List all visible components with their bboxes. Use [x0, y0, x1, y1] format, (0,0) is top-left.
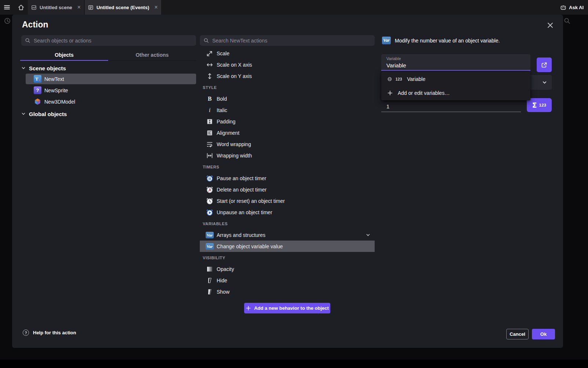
objects-search-input[interactable] — [34, 38, 192, 44]
show-icon — [206, 288, 213, 295]
external-link-icon — [541, 62, 548, 68]
hide-icon — [206, 277, 213, 284]
action-row[interactable]: Wrapping width — [200, 150, 375, 161]
object-group-header[interactable]: Scene objects — [21, 63, 196, 73]
tab-close-icon[interactable]: × — [154, 4, 158, 10]
var-icon: Var — [382, 37, 391, 44]
action-row[interactable]: Scale — [200, 48, 375, 59]
search-icon — [203, 38, 209, 43]
action-list: ScaleScale on X axisScale on Y axisSTYLE… — [200, 48, 375, 297]
sprite-object-icon: ? — [34, 86, 41, 94]
chevron-down-icon — [542, 80, 547, 85]
help-icon: ? — [23, 330, 29, 336]
close-icon[interactable] — [545, 20, 556, 31]
variable-field[interactable]: Variable Variable — [381, 54, 530, 71]
action-label: Scale — [217, 51, 229, 56]
menu-icon[interactable] — [0, 0, 14, 15]
object-tabs: Objects Other actions — [20, 49, 196, 61]
action-label: Alignment — [217, 130, 239, 136]
action-row[interactable]: iItalic — [200, 104, 375, 116]
events-tab-icon — [88, 5, 93, 10]
action-row[interactable]: Opacity — [200, 263, 375, 275]
actions-search[interactable] — [200, 35, 375, 46]
add-behavior-label: Add a new behavior to the object — [254, 305, 329, 311]
expression-button-label: 123 — [539, 103, 547, 107]
plus-icon — [387, 90, 393, 96]
ask-ai-button[interactable]: Ask AI — [560, 4, 588, 11]
open-variables-button[interactable] — [537, 57, 552, 72]
action-section-header: VISIBILITY — [200, 252, 375, 263]
tab-close-icon[interactable]: × — [77, 4, 81, 10]
action-row[interactable]: VarChange object variable value — [200, 241, 375, 252]
word-wrap-icon — [206, 141, 213, 148]
tab-untitled-scene-events[interactable]: Untitled scene (Events) × — [85, 0, 162, 15]
action-dialog: Action Objects Other actions Scene objec… — [12, 15, 563, 348]
action-label: Wrapping width — [217, 153, 252, 159]
object-label: NewSprite — [44, 88, 68, 93]
dropdown-item-label: Variable — [407, 76, 425, 82]
action-row[interactable]: Pause an object timer — [200, 172, 375, 184]
action-row[interactable]: Start (or reset) an object timer — [200, 195, 375, 207]
scale-x-icon — [206, 61, 213, 68]
dialog-title: Action — [22, 20, 48, 30]
chevron-down-icon — [21, 66, 26, 70]
object-group-header[interactable]: Global objects — [21, 109, 196, 119]
action-row[interactable]: Alignment — [200, 127, 375, 138]
cancel-button[interactable]: Cancel — [506, 329, 529, 339]
model3d-object-icon — [34, 98, 41, 105]
tab-label: Untitled scene (Events) — [96, 5, 149, 10]
object-row[interactable]: TxNewText — [26, 74, 196, 84]
wrap-width-icon — [206, 152, 213, 159]
object-row[interactable]: ?NewSprite — [26, 85, 196, 96]
action-row[interactable]: Scale on Y axis — [200, 70, 375, 82]
tab-untitled-scene[interactable]: Untitled scene × — [28, 0, 85, 15]
variable-field-value: Variable — [386, 62, 525, 68]
add-behavior-button[interactable]: Add a new behavior to the object — [244, 303, 330, 313]
action-label: Bold — [217, 96, 227, 102]
action-row[interactable]: Word wrapping — [200, 138, 375, 150]
action-row[interactable]: Show — [200, 286, 375, 297]
help-link[interactable]: ? Help for this action — [23, 330, 76, 336]
variable-scope-icon — [387, 77, 393, 82]
chevron-down-icon — [21, 112, 26, 116]
action-description: Modify the number value of an object var… — [395, 37, 500, 44]
action-row[interactable]: Hide — [200, 275, 375, 286]
object-row[interactable]: New3DModel — [26, 96, 196, 107]
actions-search-input[interactable] — [212, 38, 371, 44]
action-section-header: VARIABLES — [200, 218, 375, 229]
scale-y-icon — [206, 73, 213, 80]
action-row[interactable]: BBold — [200, 93, 375, 104]
timer-start-icon — [206, 197, 213, 205]
italic-icon: i — [206, 107, 213, 114]
action-row[interactable]: Scale on X axis — [200, 59, 375, 70]
action-label: Italic — [217, 107, 227, 113]
topbar: Untitled scene × Untitled scene (Events)… — [0, 0, 588, 15]
object-tree: Scene objectsTxNewText?NewSpriteNew3DMod… — [21, 63, 196, 121]
action-label: Opacity — [217, 266, 234, 272]
opacity-icon — [206, 265, 213, 273]
action-row[interactable]: Unpause an object timer — [200, 207, 375, 218]
objects-search[interactable] — [21, 35, 196, 46]
object-list: TxNewText?NewSpriteNew3DModel — [21, 74, 196, 107]
expression-editor-button[interactable]: Σ 123 — [527, 98, 552, 112]
action-label: Unpause an object timer — [217, 209, 272, 215]
action-row[interactable]: Padding — [200, 116, 375, 127]
action-row[interactable]: VarArrays and structures — [200, 229, 375, 241]
timer-unpause-icon — [206, 209, 213, 216]
dropdown-item-variable[interactable]: 123 Variable — [381, 72, 530, 86]
gdevelop-app: Untitled scene × Untitled scene (Events)… — [0, 0, 588, 368]
ok-button[interactable]: Ok — [532, 329, 555, 339]
action-label: Scale on Y axis — [217, 73, 252, 79]
padding-icon — [206, 118, 213, 125]
action-label: Hide — [217, 278, 227, 283]
tab-other-actions[interactable]: Other actions — [108, 49, 196, 60]
dropdown-item-add-variables[interactable]: Add or edit variables… — [381, 86, 530, 100]
home-icon[interactable] — [14, 0, 28, 15]
action-label: Pause an object timer — [217, 175, 266, 181]
plus-icon — [246, 305, 251, 311]
action-label: Change object variable value — [217, 244, 283, 249]
action-row[interactable]: Delete an object timer — [200, 184, 375, 195]
object-label: New3DModel — [44, 99, 75, 105]
search-icon — [25, 38, 30, 43]
tab-objects[interactable]: Objects — [20, 49, 108, 60]
